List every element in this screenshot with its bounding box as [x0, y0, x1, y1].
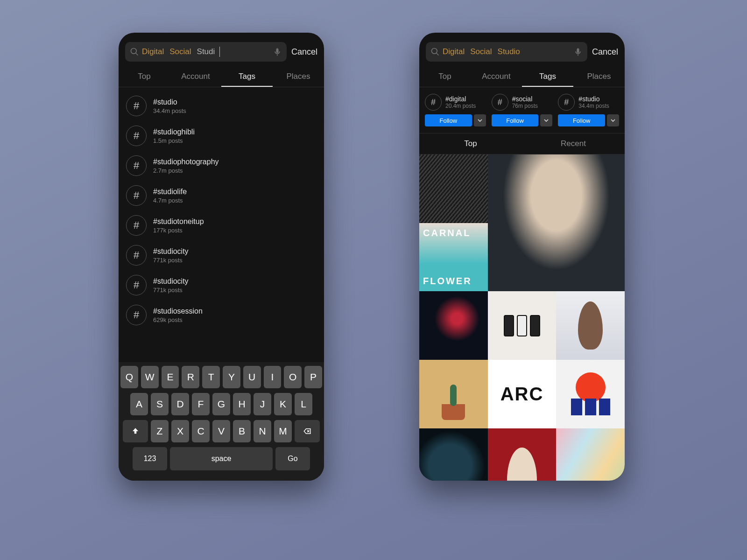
- grid-post[interactable]: [556, 291, 625, 360]
- key-Q[interactable]: Q: [120, 366, 138, 388]
- hashtag-icon: #: [126, 245, 147, 266]
- follow-button[interactable]: Follow: [492, 114, 539, 126]
- key-R[interactable]: R: [182, 366, 199, 388]
- tag-name: #studiolife: [153, 188, 187, 196]
- tag-result-row[interactable]: ##studiophotography2.7m posts: [126, 151, 317, 181]
- space-key[interactable]: space: [170, 447, 273, 470]
- tag-post-count: 34.4m posts: [153, 107, 186, 114]
- key-B[interactable]: B: [233, 420, 251, 442]
- follow-tag-cards: ##digital20.4m postsFollow##social76m po…: [419, 87, 625, 129]
- cancel-button[interactable]: Cancel: [291, 47, 317, 57]
- key-X[interactable]: X: [171, 420, 189, 442]
- grid-post[interactable]: [556, 360, 625, 428]
- tag-result-row[interactable]: ##studio34.4m posts: [126, 91, 317, 121]
- key-J[interactable]: J: [254, 393, 271, 415]
- follow-card: ##digital20.4m postsFollow: [425, 94, 486, 126]
- grid-post[interactable]: [419, 154, 488, 223]
- key-Z[interactable]: Z: [151, 420, 169, 442]
- search-chip[interactable]: Social: [470, 47, 492, 56]
- go-key[interactable]: Go: [275, 447, 310, 470]
- grid-post[interactable]: ARC: [488, 360, 557, 428]
- key-O[interactable]: O: [284, 366, 302, 388]
- search-chip[interactable]: Digital: [142, 47, 164, 56]
- key-P[interactable]: P: [304, 366, 322, 388]
- cancel-button[interactable]: Cancel: [592, 47, 618, 57]
- tag-post-count: 2.7m posts: [153, 167, 219, 174]
- subtab-recent[interactable]: Recent: [522, 133, 625, 154]
- tag-result-row[interactable]: ##studiocity771k posts: [126, 240, 317, 270]
- key-M[interactable]: M: [274, 420, 292, 442]
- key-I[interactable]: I: [264, 366, 282, 388]
- key-F[interactable]: F: [192, 393, 210, 415]
- key-Y[interactable]: Y: [223, 366, 240, 388]
- search-chip[interactable]: Social: [169, 47, 191, 56]
- backspace-key[interactable]: [295, 420, 320, 442]
- tag-name: #social: [512, 95, 538, 103]
- microphone-icon[interactable]: [573, 47, 583, 56]
- svg-point-6: [432, 49, 437, 54]
- follow-dropdown-button[interactable]: [474, 114, 486, 126]
- key-V[interactable]: V: [212, 420, 230, 442]
- grid-post[interactable]: [419, 291, 488, 360]
- tag-result-row[interactable]: ##studiocity771k posts: [126, 270, 317, 300]
- subtab-top[interactable]: Top: [419, 133, 522, 154]
- hashtag-icon: #: [126, 215, 147, 236]
- key-L[interactable]: L: [295, 393, 312, 415]
- key-S[interactable]: S: [151, 393, 169, 415]
- microphone-icon[interactable]: [273, 47, 282, 56]
- search-input[interactable]: Digital Social Studio: [426, 42, 587, 62]
- follow-button[interactable]: Follow: [558, 114, 605, 126]
- search-chip[interactable]: Digital: [443, 47, 465, 56]
- tag-result-row[interactable]: ##studioghibli1.5m posts: [126, 121, 317, 151]
- grid-post[interactable]: CARNAL FLOWER: [419, 223, 488, 292]
- key-W[interactable]: W: [141, 366, 159, 388]
- follow-button[interactable]: Follow: [425, 114, 472, 126]
- shift-key[interactable]: [123, 420, 148, 442]
- follow-card: ##social76m postsFollow: [492, 94, 553, 126]
- key-D[interactable]: D: [171, 393, 189, 415]
- tab-top[interactable]: Top: [419, 66, 471, 87]
- tab-tags[interactable]: Tags: [221, 66, 273, 87]
- key-G[interactable]: G: [212, 393, 230, 415]
- on-screen-keyboard: QWERTYUIOP ASDFGHJKL ZXCVBNM 123 space G…: [119, 362, 324, 481]
- tab-places[interactable]: Places: [573, 66, 625, 87]
- grid-post[interactable]: [556, 428, 625, 481]
- search-typing-text: Studi: [197, 47, 215, 56]
- search-icon: [130, 47, 139, 56]
- key-K[interactable]: K: [274, 393, 292, 415]
- search-chip[interactable]: Studio: [498, 47, 520, 56]
- grid-post[interactable]: [488, 291, 557, 360]
- key-C[interactable]: C: [192, 420, 210, 442]
- key-A[interactable]: A: [130, 393, 148, 415]
- grid-post[interactable]: [419, 428, 488, 481]
- key-U[interactable]: U: [243, 366, 261, 388]
- tab-tags[interactable]: Tags: [522, 66, 573, 87]
- search-category-tabs: TopAccountTagsPlaces: [419, 66, 625, 87]
- result-sort-tabs: TopRecent: [419, 133, 625, 154]
- grid-post[interactable]: [488, 428, 557, 481]
- tab-top[interactable]: Top: [119, 66, 170, 87]
- tag-result-list: ##studio34.4m posts##studioghibli1.5m po…: [119, 87, 324, 330]
- tag-name: #studio: [153, 98, 186, 106]
- follow-dropdown-button[interactable]: [540, 114, 552, 126]
- tab-account[interactable]: Account: [471, 66, 522, 87]
- tag-result-row[interactable]: ##studiosession629k posts: [126, 300, 317, 330]
- tab-places[interactable]: Places: [273, 66, 324, 87]
- tag-result-row[interactable]: ##studiolife4.7m posts: [126, 181, 317, 210]
- tab-account[interactable]: Account: [170, 66, 221, 87]
- key-T[interactable]: T: [202, 366, 220, 388]
- key-H[interactable]: H: [233, 393, 251, 415]
- follow-dropdown-button[interactable]: [607, 114, 619, 126]
- key-E[interactable]: E: [162, 366, 179, 388]
- grid-post-large[interactable]: [488, 154, 625, 291]
- hashtag-icon: #: [425, 94, 442, 111]
- search-input[interactable]: Digital Social Studi: [125, 42, 287, 62]
- numeric-key[interactable]: 123: [133, 447, 167, 470]
- tag-result-row[interactable]: ##studiotoneitup177k posts: [126, 210, 317, 240]
- svg-rect-2: [276, 49, 278, 53]
- key-N[interactable]: N: [254, 420, 271, 442]
- grid-post[interactable]: [419, 360, 488, 428]
- post-grid: CARNAL FLOWER ARC: [419, 154, 625, 481]
- search-bar: Digital Social Studi Cancel: [119, 42, 324, 62]
- tag-post-count: 771k posts: [153, 287, 189, 294]
